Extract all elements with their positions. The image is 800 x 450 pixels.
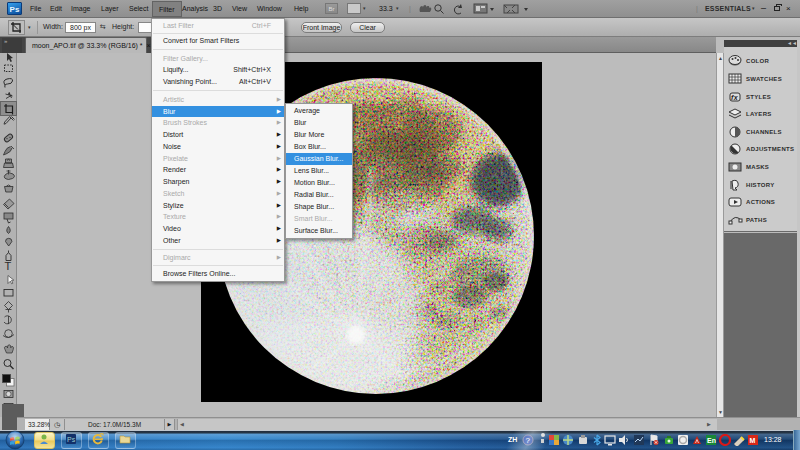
svg-text:T: T xyxy=(5,260,12,272)
svg-text:?: ? xyxy=(526,436,531,445)
svg-text:Ps: Ps xyxy=(67,436,76,443)
svg-text:En: En xyxy=(707,437,716,444)
svg-text:fx: fx xyxy=(731,94,739,101)
svg-text:M: M xyxy=(750,437,756,444)
